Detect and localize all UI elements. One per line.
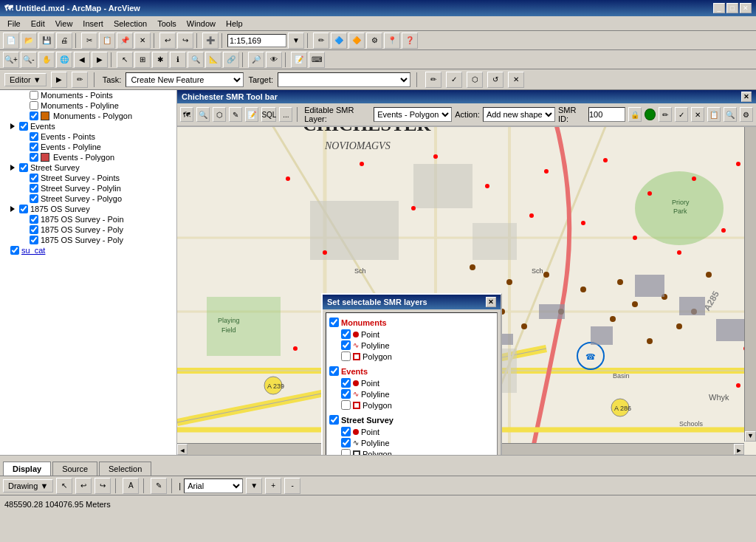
tool3[interactable]: 🔶 bbox=[348, 32, 365, 49]
redo-button[interactable]: ↪ bbox=[177, 32, 193, 49]
events-polyline-check[interactable] bbox=[341, 389, 351, 399]
rotate-tool[interactable]: ↺ bbox=[487, 72, 504, 88]
scroll-down[interactable]: ▼ bbox=[745, 431, 756, 442]
editor2[interactable]: ⌨ bbox=[309, 52, 325, 68]
layer-monuments-polyline-check[interactable] bbox=[30, 101, 38, 110]
street-group-check[interactable] bbox=[329, 415, 339, 425]
target-dropdown[interactable] bbox=[278, 72, 410, 87]
menu-help[interactable]: Help bbox=[221, 18, 247, 30]
font-dropdown-btn[interactable]: ▼ bbox=[246, 478, 262, 494]
drawing-tool1[interactable]: ↩ bbox=[75, 478, 92, 494]
menu-edit[interactable]: Edit bbox=[27, 18, 49, 30]
tool1[interactable]: ✏ bbox=[313, 32, 329, 49]
menu-selection[interactable]: Selection bbox=[109, 18, 151, 30]
editor1[interactable]: 📝 bbox=[291, 52, 307, 68]
smr-close-button[interactable]: ✕ bbox=[741, 92, 752, 102]
layer-street-check[interactable] bbox=[19, 163, 28, 172]
save-button[interactable]: 💾 bbox=[38, 32, 55, 49]
font-dropdown[interactable]: Arial bbox=[184, 478, 243, 493]
menu-window[interactable]: Window bbox=[182, 18, 220, 30]
delete-button[interactable]: ✕ bbox=[134, 32, 151, 49]
layer-street-polyline-check[interactable] bbox=[30, 184, 38, 193]
monuments-polygon-check[interactable] bbox=[341, 351, 351, 361]
smr-tool-5[interactable]: 📝 bbox=[245, 107, 258, 122]
select2[interactable]: ⊞ bbox=[134, 52, 151, 68]
paste-button[interactable]: 📌 bbox=[117, 32, 133, 49]
pan-button[interactable]: ✋ bbox=[38, 52, 55, 68]
tool4[interactable]: ⚙ bbox=[366, 32, 382, 49]
magnifier[interactable]: 🔎 bbox=[248, 52, 264, 68]
events-group-check[interactable] bbox=[329, 366, 339, 376]
smr-tool-3[interactable]: ⬡ bbox=[213, 107, 226, 122]
scroll-right[interactable]: ► bbox=[734, 444, 744, 455]
measure[interactable]: 📐 bbox=[205, 52, 221, 68]
smr-tool-7[interactable]: ... bbox=[279, 107, 292, 122]
layer-events-polygon-check[interactable] bbox=[30, 153, 38, 162]
smr-tool-4[interactable]: ✎ bbox=[229, 107, 242, 122]
smr-lock-icon[interactable]: 🔒 bbox=[628, 107, 642, 122]
copy-button[interactable]: 📋 bbox=[99, 32, 115, 49]
scale-input[interactable]: 1:15,169 bbox=[227, 34, 286, 47]
menu-view[interactable]: View bbox=[51, 18, 78, 30]
monuments-group-check[interactable] bbox=[329, 318, 339, 327]
map-area[interactable]: Priory Park Playing Field College Sch Sc… bbox=[177, 90, 756, 455]
tab-source[interactable]: Source bbox=[52, 462, 97, 476]
edit-vertices[interactable]: ⬡ bbox=[467, 72, 483, 88]
select3[interactable]: ✱ bbox=[152, 52, 168, 68]
find[interactable]: 🔍 bbox=[188, 52, 204, 68]
smr-tool-2[interactable]: 🔍 bbox=[196, 107, 210, 122]
layer-1875-points-check[interactable] bbox=[30, 215, 38, 224]
close-button[interactable]: ✕ bbox=[740, 3, 752, 13]
menu-file[interactable]: File bbox=[3, 18, 25, 30]
tool6[interactable]: ❓ bbox=[402, 32, 418, 49]
zoom-out-button[interactable]: 🔍- bbox=[21, 52, 37, 68]
layer-events-check[interactable] bbox=[19, 122, 28, 131]
select-tool[interactable]: ↖ bbox=[117, 52, 133, 68]
layer-street-points-check[interactable] bbox=[30, 174, 38, 182]
print-button[interactable]: 🖨 bbox=[56, 32, 72, 49]
full-extent[interactable]: 🌐 bbox=[56, 52, 72, 68]
smr-editable-select[interactable]: Events - Polygon bbox=[374, 107, 452, 122]
smr-action-select[interactable]: Add new shape bbox=[483, 107, 555, 122]
layer-su-cat-check[interactable] bbox=[10, 246, 19, 255]
add-data-button[interactable]: ➕ bbox=[202, 32, 219, 49]
verify-tool[interactable]: ✓ bbox=[446, 72, 462, 88]
events-point-check[interactable] bbox=[341, 378, 351, 388]
layer-1875-check[interactable] bbox=[19, 205, 28, 213]
tool5[interactable]: 📍 bbox=[384, 32, 400, 49]
smr-settings-icon[interactable]: ⚙ bbox=[740, 107, 753, 122]
dialog-set-selectable-close[interactable]: ✕ bbox=[486, 297, 496, 307]
layer-events-polyline-check[interactable] bbox=[30, 143, 38, 151]
events-expand[interactable] bbox=[10, 123, 15, 129]
smr-edit-icon[interactable]: ✏ bbox=[659, 107, 672, 122]
drawing-font[interactable]: A bbox=[123, 478, 139, 494]
back-extent[interactable]: ◀ bbox=[74, 52, 90, 68]
minimize-button[interactable]: _ bbox=[713, 3, 725, 13]
layer-1875-polyline-check[interactable] bbox=[30, 225, 38, 234]
tool2[interactable]: 🔷 bbox=[331, 32, 347, 49]
smr-id-input[interactable] bbox=[588, 107, 625, 122]
drawing-dropdown[interactable]: Drawing ▼ bbox=[3, 479, 53, 493]
street-polygon-check[interactable] bbox=[341, 449, 351, 455]
task-dropdown[interactable]: Create New Feature bbox=[126, 72, 244, 87]
close-edit[interactable]: ✕ bbox=[508, 72, 524, 88]
identify[interactable]: ℹ bbox=[170, 52, 186, 68]
smr-tool-1[interactable]: 🗺 bbox=[180, 107, 193, 122]
sketch-tool[interactable]: ✏ bbox=[425, 72, 441, 88]
layer-street-polygon-check[interactable] bbox=[30, 194, 38, 203]
layer-1875-polygon-check[interactable] bbox=[30, 236, 38, 244]
viewer[interactable]: 👁 bbox=[266, 52, 282, 68]
street-point-check[interactable] bbox=[341, 427, 351, 436]
new-button[interactable]: 📄 bbox=[3, 32, 19, 49]
1875-expand[interactable] bbox=[10, 206, 15, 212]
editor-arrow[interactable]: ▶ bbox=[51, 72, 67, 88]
layer-events-points-check[interactable] bbox=[30, 132, 38, 141]
restore-button[interactable]: □ bbox=[726, 3, 738, 13]
street-expand[interactable] bbox=[10, 165, 15, 171]
smr-tool-6[interactable]: SQL bbox=[261, 107, 276, 122]
drawing-tool4[interactable]: + bbox=[265, 478, 281, 494]
menu-insert[interactable]: Insert bbox=[78, 18, 108, 30]
editor-dropdown-label[interactable]: Editor ▼ bbox=[4, 73, 47, 86]
drawing-tool3[interactable]: ✎ bbox=[151, 478, 167, 494]
smr-notes-icon[interactable]: 📋 bbox=[707, 107, 721, 122]
